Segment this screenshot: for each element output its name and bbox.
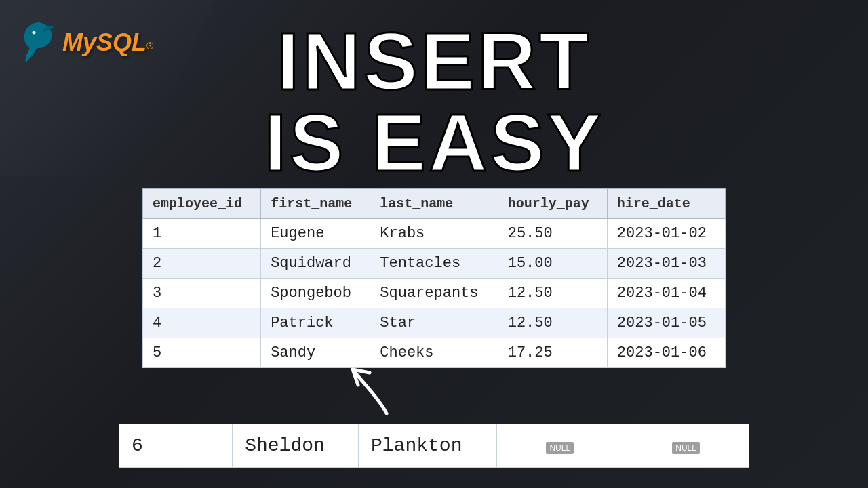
col-last-name: last_name [370, 189, 498, 219]
table-row: 3SpongebobSquarepants12.502023-01-04 [143, 279, 726, 308]
cell-2-0: 3 [143, 279, 261, 308]
cell-0-1: Eugene [261, 219, 370, 249]
cell-2-2: Squarepants [370, 279, 498, 308]
null-badge-date: NULL [672, 442, 700, 454]
cell-2-3: 12.50 [498, 279, 607, 308]
main-title: INSERT IS EASY [0, 20, 868, 183]
employee-table: employee_id first_name last_name hourly_… [142, 188, 726, 368]
cell-0-4: 2023-01-02 [607, 219, 725, 249]
title-insert: INSERT [0, 20, 868, 102]
new-row-hourly-pay: NULL [497, 424, 623, 468]
null-badge-pay: NULL [546, 442, 574, 454]
cell-0-0: 1 [143, 219, 261, 249]
new-table-row: 6 Sheldon Plankton NULL NULL [119, 424, 749, 468]
title-is-easy: IS EASY [0, 102, 868, 183]
new-row-last-name: Plankton [359, 424, 497, 468]
cell-1-1: Squidward [261, 249, 370, 279]
new-row-table: 6 Sheldon Plankton NULL NULL [119, 424, 749, 468]
cell-2-1: Spongebob [261, 279, 370, 308]
table-row: 5SandyCheeks17.252023-01-06 [143, 338, 726, 368]
table-header-row: employee_id first_name last_name hourly_… [143, 189, 726, 219]
cell-3-3: 12.50 [498, 308, 607, 338]
cell-3-2: Star [370, 308, 498, 338]
new-row-hire-date: NULL [623, 424, 749, 468]
table-row: 1EugeneKrabs25.502023-01-02 [143, 219, 726, 249]
col-first-name: first_name [261, 189, 370, 219]
cell-2-4: 2023-01-04 [607, 279, 725, 308]
table-body: 1EugeneKrabs25.502023-01-022SquidwardTen… [143, 219, 726, 368]
cell-1-0: 2 [143, 249, 261, 279]
cell-1-3: 15.00 [498, 249, 607, 279]
col-hire-date: hire_date [607, 189, 725, 219]
cell-0-2: Krabs [370, 219, 498, 249]
cell-1-2: Tentacles [370, 249, 498, 279]
col-hourly-pay: hourly_pay [498, 189, 607, 219]
main-table-wrapper: employee_id first_name last_name hourly_… [142, 188, 726, 368]
cell-0-3: 25.50 [498, 219, 607, 249]
cell-3-1: Patrick [261, 308, 370, 338]
cell-4-0: 5 [143, 338, 261, 368]
col-employee-id: employee_id [143, 189, 261, 219]
cell-3-4: 2023-01-05 [607, 308, 725, 338]
new-row-id: 6 [119, 424, 233, 468]
arrow-svg [332, 339, 420, 420]
cell-1-4: 2023-01-03 [607, 249, 725, 279]
cell-4-3: 17.25 [498, 338, 607, 368]
new-row-wrapper: 6 Sheldon Plankton NULL NULL [119, 424, 749, 468]
table-row: 2SquidwardTentacles15.002023-01-03 [143, 249, 726, 279]
new-row-first-name: Sheldon [233, 424, 359, 468]
table-row: 4PatrickStar12.502023-01-05 [143, 308, 726, 338]
arrow-annotation [332, 339, 420, 420]
cell-4-4: 2023-01-06 [607, 338, 725, 368]
cell-3-0: 4 [143, 308, 261, 338]
